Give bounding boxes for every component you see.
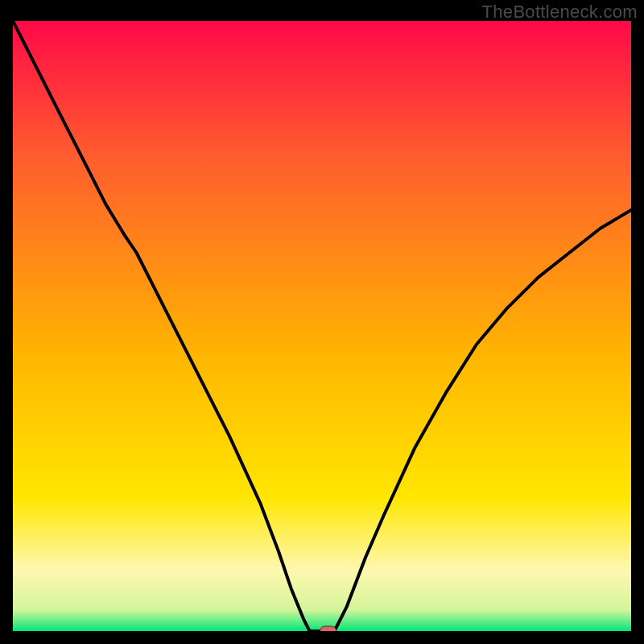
- bottleneck-chart: [13, 21, 631, 631]
- plot-area: [13, 21, 631, 631]
- watermark-text: TheBottleneck.com: [482, 2, 638, 23]
- minimum-marker: [320, 626, 336, 631]
- chart-container: TheBottleneck.com: [0, 0, 644, 644]
- gradient-background: [13, 21, 631, 631]
